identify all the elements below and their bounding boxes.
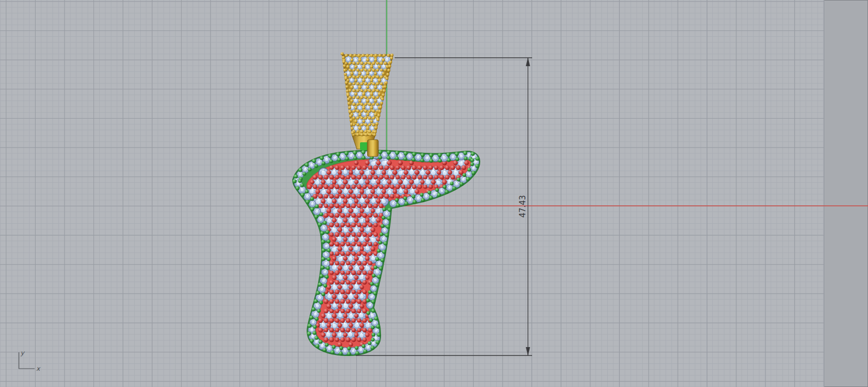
prong-bead [378,110,382,113]
prong-bead [328,154,332,158]
prong-bead [411,195,415,198]
prong-bead [356,61,359,65]
prong-bead [366,127,369,130]
prong-bead [412,152,416,156]
prong-bead [332,237,336,242]
prong-bead [337,158,341,162]
prong-bead [313,184,317,189]
prong-bead [372,300,376,304]
prong-bead [448,170,452,174]
prong-bead [337,323,342,328]
prong-bead [380,224,384,228]
prong-bead [445,165,450,170]
prong-bead [357,309,361,313]
prong-bead [335,270,340,275]
prong-bead [365,333,369,337]
prong-bead [357,165,362,170]
prong-bead [358,58,362,62]
prong-bead [348,342,353,347]
prong-bead [354,180,358,184]
prong-bead [456,165,461,170]
prong-bead [352,328,356,332]
prong-bead [357,338,362,342]
prong-bead [376,218,381,223]
prong-bead [429,196,433,200]
cad-viewport[interactable]: 47.43 y x [0,0,868,387]
prong-bead [345,151,349,155]
prong-bead [358,72,362,76]
prong-bead [356,89,359,92]
prong-bead [379,165,383,170]
prong-bead [341,252,345,256]
prong-bead [340,328,345,332]
prong-bead [359,323,364,328]
prong-bead [380,75,383,78]
prong-bead [305,200,310,204]
prong-bead [347,102,351,105]
prong-bead [461,165,466,170]
prong-bead [412,165,417,170]
prong-bead [332,256,336,260]
prong-bead [337,304,342,308]
prong-bead [368,165,372,170]
prong-bead [355,351,359,355]
prong-bead [337,285,342,290]
prong-bead [372,103,375,106]
prong-bead [352,165,356,170]
prong-bead [348,110,352,113]
prong-bead [326,304,331,309]
prong-bead [341,204,345,208]
prong-bead [377,114,380,117]
prong-bead [437,170,441,174]
prong-bead [346,252,351,256]
prong-bead [387,216,391,221]
prong-bead [374,317,378,321]
prong-bead [324,194,328,198]
prong-bead [382,170,386,174]
prong-bead [352,233,356,237]
prong-bead [359,227,364,232]
prong-bead [368,102,372,106]
prong-bead [395,194,400,198]
prong-bead [368,204,373,208]
prong-bead [321,332,325,337]
prong-bead [346,93,350,97]
prong-bead [352,242,356,247]
dimension-value[interactable]: 47.43 [518,195,527,218]
prong-bead [320,274,324,278]
prong-bead [354,65,357,68]
prong-bead [373,165,378,170]
prong-bead [380,89,383,92]
prong-bead [335,289,340,294]
prong-bead [324,337,329,342]
prong-bead [378,240,382,244]
prong-bead [374,86,377,89]
prong-bead [366,113,369,116]
prong-bead [356,102,359,106]
prong-bead [305,190,309,193]
prong-bead [354,218,359,223]
prong-bead [362,223,367,227]
prong-bead [363,175,367,180]
pendant-object[interactable] [293,52,480,356]
prong-bead [360,123,363,126]
prong-bead [354,199,358,203]
prong-bead [346,223,351,227]
prong-bead [329,184,334,189]
prong-bead [384,242,388,246]
prong-bead [346,194,351,199]
prong-bead [363,328,367,332]
prong-bead [327,257,331,261]
prong-bead [321,180,326,184]
prong-bead [354,79,357,82]
prong-bead [323,348,327,352]
prong-bead [387,69,390,72]
prong-bead [365,180,370,184]
prong-bead [415,170,419,175]
prong-bead [318,318,323,323]
prong-bead [354,92,357,96]
prong-bead [374,242,378,246]
prong-bead [357,223,361,227]
prong-bead [346,328,351,332]
prong-bead [373,204,378,208]
